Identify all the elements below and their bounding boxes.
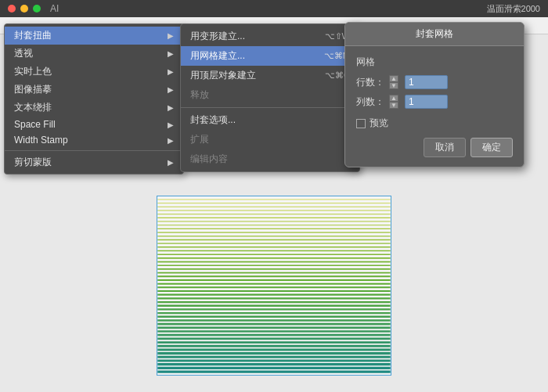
menu-item-label-imagetrace: 图像描摹 [14, 83, 52, 96]
cols-spinner[interactable]: ▲ ▼ [389, 95, 398, 109]
arrow-icon-imagetrace: ▶ [168, 85, 174, 94]
cols-input[interactable] [405, 95, 448, 109]
menu-item-spacefill[interactable]: Space Fill ▶ [5, 117, 183, 132]
menu-item-envelope[interactable]: 封套扭曲 ▶ [5, 27, 183, 45]
menu-item-label-perspective: 透视 [14, 47, 33, 60]
arrow-icon-perspective: ▶ [168, 49, 174, 58]
main-dropdown-menu[interactable]: 封套扭曲 ▶ 透视 ▶ 实时上色 ▶ 图像描摹 ▶ 文本绕排 ▶ Space F… [4, 23, 184, 174]
sub-separator-1 [181, 107, 359, 108]
sub-item-release: 释放 [181, 85, 359, 105]
dialog-body: 网格 行数： ▲ ▼ 列数： ▲ ▼ 预览 取消 确定 [345, 46, 524, 167]
rows-spin-up[interactable]: ▲ [389, 75, 398, 82]
menu-item-widthstamp[interactable]: Width Stamp ▶ [5, 132, 183, 148]
sub-item-mesh[interactable]: 用网格建立... ⌥⌘M [181, 46, 359, 66]
menu-item-label-envelope: 封套扭曲 [14, 29, 52, 42]
sub-item-label-editcontent: 编辑内容 [190, 153, 228, 166]
dialog-label-rows: 行数： [356, 76, 384, 89]
sub-item-expand: 扩展 [181, 130, 359, 149]
rows-input[interactable] [405, 75, 448, 89]
dialog-row-rows: 行数： ▲ ▼ [356, 75, 513, 89]
cols-spin-up[interactable]: ▲ [389, 95, 398, 102]
sub-item-warp[interactable]: 用变形建立... ⌥⇧W [181, 27, 359, 46]
top-bar: AI 温面滑索2000 [0, 0, 548, 17]
ok-button[interactable]: 确定 [470, 138, 513, 157]
sub-dropdown-menu[interactable]: 用变形建立... ⌥⇧W 用网格建立... ⌥⌘M 用顶层对象建立 ⌥⌘C 释放… [180, 23, 360, 172]
rows-spin-down[interactable]: ▼ [389, 82, 398, 89]
arrow-icon-livecolor: ▶ [168, 67, 174, 76]
window-controls: AI [8, 3, 59, 14]
sub-item-label-warp: 用变形建立... [190, 30, 245, 43]
minimize-button[interactable] [20, 5, 28, 13]
art-canvas-container [157, 196, 391, 376]
app-title: 温面滑索2000 [487, 3, 540, 15]
menu-item-livecolor[interactable]: 实时上色 ▶ [5, 63, 183, 81]
sub-item-topobj[interactable]: 用顶层对象建立 ⌥⌘C [181, 66, 359, 85]
sub-item-label-expand: 扩展 [190, 133, 209, 146]
menu-item-imagetrace[interactable]: 图像描摹 ▶ [5, 81, 183, 99]
app-logo: AI [50, 3, 59, 14]
arrow-icon-clipping: ▶ [168, 158, 174, 167]
sub-item-options[interactable]: 封套选项... [181, 110, 359, 130]
arrow-icon-spacefill: ▶ [168, 120, 174, 129]
menu-item-perspective[interactable]: 透视 ▶ [5, 45, 183, 63]
dialog-row-cols: 列数： ▲ ▼ [356, 95, 513, 109]
cancel-button[interactable]: 取消 [424, 138, 466, 157]
preview-label: 预览 [370, 117, 388, 130]
sub-item-label-release: 释放 [190, 88, 209, 102]
cols-spin-down[interactable]: ▼ [389, 102, 398, 109]
preview-checkbox[interactable] [356, 119, 366, 128]
maximize-button[interactable] [33, 5, 41, 13]
sub-item-label-options: 封套选项... [190, 113, 236, 127]
arrow-icon-textwrap: ▶ [168, 103, 174, 112]
menu-item-label-livecolor: 实时上色 [14, 65, 52, 78]
arrow-icon-envelope: ▶ [168, 31, 174, 40]
dialog-section-grid: 网格 [356, 56, 513, 69]
close-button[interactable] [8, 5, 16, 13]
menu-item-label-widthstamp: Width Stamp [14, 135, 68, 146]
dialog-envelope-mesh: 封套网格 网格 行数： ▲ ▼ 列数： ▲ ▼ 预览 取消 确定 [344, 22, 525, 167]
dialog-label-cols: 列数： [356, 95, 384, 109]
dialog-preview-row: 预览 [356, 117, 513, 130]
menu-item-label-clipping: 剪切蒙版 [14, 156, 52, 169]
menu-item-label-spacefill: Space Fill [14, 119, 56, 130]
sub-item-label-mesh: 用网格建立... [190, 49, 245, 63]
menu-item-clipping[interactable]: 剪切蒙版 ▶ [5, 153, 183, 171]
sub-item-label-topobj: 用顶层对象建立 [190, 69, 256, 82]
art-svg [157, 196, 391, 375]
sub-item-editcontent: 编辑内容 [181, 149, 359, 169]
dialog-button-row: 取消 确定 [356, 138, 513, 157]
menu-separator-1 [5, 150, 183, 151]
rows-spinner[interactable]: ▲ ▼ [389, 75, 398, 89]
arrow-icon-widthstamp: ▶ [168, 136, 174, 145]
menu-item-textwrap[interactable]: 文本绕排 ▶ [5, 99, 183, 117]
menu-item-label-textwrap: 文本绕排 [14, 101, 52, 114]
dialog-title: 封套网格 [345, 23, 524, 46]
